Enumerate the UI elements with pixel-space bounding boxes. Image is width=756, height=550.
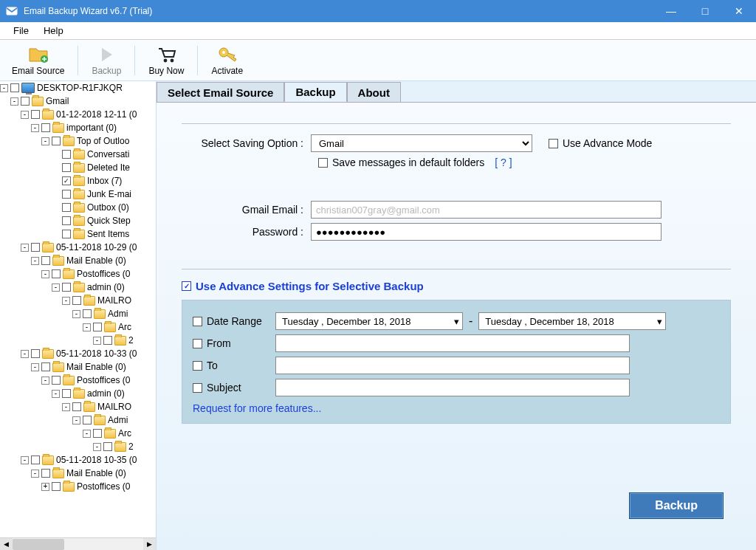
tree-row[interactable]: Deleted Ite <box>0 161 156 174</box>
save-default-checkbox[interactable] <box>318 158 328 168</box>
tree-checkbox[interactable] <box>62 163 71 172</box>
tree-row[interactable]: Junk E-mai <box>0 188 156 201</box>
minimize-button[interactable]: ― <box>654 0 688 22</box>
tree-checkbox[interactable] <box>31 110 40 119</box>
collapse-icon[interactable]: - <box>31 470 39 478</box>
tree-row[interactable]: -DESKTOP-R1FJKQR <box>0 81 156 94</box>
tree-checkbox[interactable] <box>31 349 40 358</box>
tree-checkbox[interactable] <box>21 97 30 106</box>
daterange-checkbox[interactable] <box>193 317 202 326</box>
advance-mode-checkbox[interactable] <box>549 139 558 148</box>
tree-row[interactable]: -MAILRO <box>0 400 156 413</box>
collapse-icon[interactable]: - <box>31 124 39 132</box>
menu-file[interactable]: File <box>6 23 36 38</box>
tree-checkbox[interactable] <box>41 123 50 132</box>
tree-checkbox[interactable] <box>41 469 50 478</box>
activate-button[interactable]: Activate <box>205 42 249 79</box>
date-from-picker[interactable]: Tuesday , December 18, 2018▾ <box>275 312 463 330</box>
tree-checkbox[interactable] <box>83 416 92 424</box>
collapse-icon[interactable]: - <box>72 310 80 318</box>
collapse-icon[interactable]: - <box>21 456 29 464</box>
collapse-icon[interactable]: - <box>72 416 80 424</box>
tree-row[interactable]: -Postoffices (0 <box>0 374 156 387</box>
tree-checkbox[interactable] <box>41 362 50 371</box>
tree-checkbox[interactable] <box>72 296 81 305</box>
to-input[interactable] <box>275 357 630 374</box>
tree-row[interactable]: -Top of Outloo <box>0 134 156 148</box>
tree-checkbox[interactable] <box>83 309 92 318</box>
tab-select-email-source[interactable]: Select Email Source <box>157 82 284 102</box>
tree-row[interactable]: -Arc <box>0 320 156 334</box>
gmail-email-input[interactable] <box>311 201 662 219</box>
tree-checkbox[interactable] <box>72 402 81 411</box>
tree-checkbox[interactable] <box>62 230 71 238</box>
tree-checkbox[interactable] <box>52 482 61 491</box>
tree-checkbox[interactable] <box>62 150 71 159</box>
date-to-picker[interactable]: Tuesday , December 18, 2018▾ <box>478 312 666 330</box>
scroll-left-icon[interactable]: ◀ <box>0 538 13 551</box>
tree-checkbox[interactable] <box>62 190 71 199</box>
collapse-icon[interactable]: - <box>31 257 39 265</box>
tree-row[interactable]: -Gmail <box>0 94 156 108</box>
tree-row[interactable]: -05-11-2018 10-29 (0 <box>0 241 156 254</box>
tab-backup[interactable]: Backup <box>284 82 346 102</box>
tree-checkbox[interactable] <box>52 376 61 385</box>
scroll-right-icon[interactable]: ▶ <box>143 538 156 551</box>
collapse-icon[interactable]: - <box>83 430 91 438</box>
collapse-icon[interactable]: - <box>21 350 29 358</box>
request-more-features-link[interactable]: Request for more features... <box>193 402 720 414</box>
tab-about[interactable]: About <box>347 82 401 102</box>
collapse-icon[interactable]: - <box>83 323 91 331</box>
tree-checkbox[interactable] <box>52 137 61 145</box>
tree-row[interactable]: ✓Inbox (7) <box>0 174 156 188</box>
tree-checkbox[interactable] <box>103 442 112 451</box>
tree-row[interactable]: -Mail Enable (0) <box>0 254 156 267</box>
collapse-icon[interactable]: - <box>62 297 70 305</box>
backup-toolbar-button[interactable]: Backup <box>86 42 127 79</box>
menu-help[interactable]: Help <box>36 23 71 38</box>
collapse-icon[interactable]: - <box>93 443 101 451</box>
collapse-icon[interactable]: - <box>41 377 49 385</box>
advance-settings-checkbox[interactable]: ✓ <box>182 281 191 291</box>
tree-row[interactable]: +Postoffices (0 <box>0 480 156 493</box>
tree-row[interactable]: -Mail Enable (0) <box>0 360 156 374</box>
tree-row[interactable]: -MAILRO <box>0 294 156 307</box>
collapse-icon[interactable]: - <box>62 403 70 411</box>
tree-checkbox[interactable] <box>52 269 61 278</box>
tree-row[interactable]: -05-11-2018 10-33 (0 <box>0 347 156 360</box>
tree-row[interactable]: -Arc <box>0 427 156 440</box>
buy-now-button[interactable]: Buy Now <box>142 42 190 79</box>
email-source-button[interactable]: Email Source <box>6 42 70 79</box>
tree-row[interactable]: -01-12-2018 12-11 (0 <box>0 108 156 121</box>
tree-row[interactable]: -05-11-2018 10-35 (0 <box>0 453 156 467</box>
tree-row[interactable]: -Admi <box>0 413 156 427</box>
from-checkbox[interactable] <box>193 339 202 348</box>
collapse-icon[interactable]: - <box>31 363 39 371</box>
maximize-button[interactable]: □ <box>688 0 722 22</box>
saving-option-select[interactable]: Gmail <box>311 134 532 152</box>
tree-row[interactable]: -Postoffices (0 <box>0 267 156 281</box>
collapse-icon[interactable]: - <box>52 390 60 398</box>
from-input[interactable] <box>275 334 630 352</box>
tree-checkbox[interactable] <box>62 216 71 225</box>
tree-row[interactable]: Sent Items <box>0 227 156 241</box>
tree-row[interactable]: -admin (0) <box>0 281 156 294</box>
tree-checkbox[interactable] <box>31 243 40 252</box>
expand-icon[interactable]: + <box>41 483 49 491</box>
close-button[interactable]: ✕ <box>722 0 756 22</box>
collapse-icon[interactable]: - <box>93 337 101 345</box>
tree-row[interactable]: -2 <box>0 334 156 347</box>
scroll-thumb[interactable] <box>13 539 64 550</box>
subject-input[interactable] <box>275 379 630 396</box>
tree-checkbox[interactable] <box>10 83 19 92</box>
password-input[interactable] <box>311 223 662 241</box>
tree-checkbox[interactable] <box>103 336 112 345</box>
tree-row[interactable]: -admin (0) <box>0 387 156 400</box>
tree-checkbox[interactable] <box>31 456 40 464</box>
to-checkbox[interactable] <box>193 361 202 371</box>
tree-row[interactable]: Quick Step <box>0 214 156 227</box>
tree-checkbox[interactable] <box>62 283 71 292</box>
tree-checkbox[interactable] <box>93 429 102 438</box>
tree-row[interactable]: -important (0) <box>0 121 156 134</box>
tree-row[interactable]: -Admi <box>0 307 156 320</box>
